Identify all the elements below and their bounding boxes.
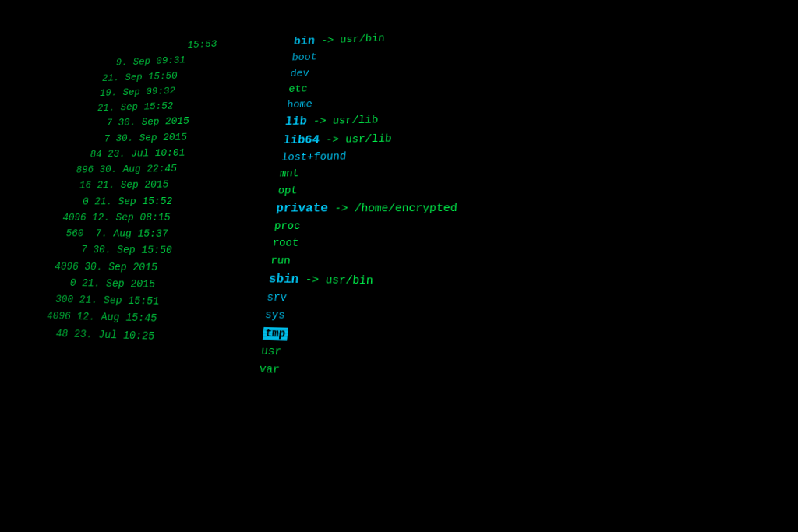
line-11: 0 21. Sep 15:52 <box>52 192 263 210</box>
line-14: 7 30. Sep 15:50 <box>44 242 258 260</box>
line-13: 560 7. Aug 15:37 <box>47 226 260 243</box>
entry-private: private -> /home/encrypted <box>275 196 798 218</box>
terminal-screen: 15:53 9. Sep 09:31 21. Sep 15:50 19. Sep… <box>0 0 798 532</box>
lines-container: 15:53 9. Sep 09:31 21. Sep 15:50 19. Sep… <box>0 2 798 532</box>
line-12: 4096 12. Sep 08:15 <box>50 210 262 227</box>
line-9: 896 30. Aug 22:45 <box>58 160 267 178</box>
right-column: bin -> usr/bin boot dev etc home <box>234 10 798 532</box>
terminal-content: 15:53 9. Sep 09:31 21. Sep 15:50 19. Sep… <box>0 2 798 532</box>
line-10: 16 21. Sep 2015 <box>55 176 266 194</box>
entry-proc: proc <box>274 217 798 237</box>
